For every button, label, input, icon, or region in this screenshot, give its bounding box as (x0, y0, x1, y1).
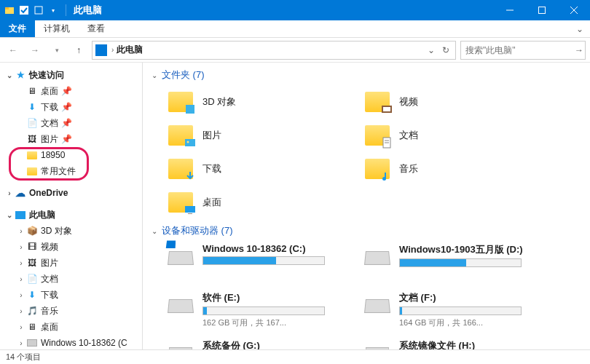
nav-up-button[interactable]: ↑ (70, 41, 87, 59)
view-tab[interactable]: 查看 (79, 20, 114, 37)
search-input[interactable] (465, 45, 575, 55)
drive-big-icon (363, 339, 392, 349)
drive-usage-bar (399, 306, 522, 315)
pin-icon: 📌 (61, 102, 68, 112)
status-bar: 14 个项目 (0, 349, 590, 364)
folder-tile[interactable]: 文档 (361, 119, 551, 151)
checkbox-icon[interactable] (19, 5, 29, 15)
drive-big-icon (166, 243, 195, 272)
tree-item-music[interactable]: ›🎵音乐 (0, 303, 142, 319)
tree-item-desktop[interactable]: ·🖥桌面📌 (0, 83, 142, 99)
drive-tile[interactable]: Windows10-1903五月版 (D:) (361, 242, 551, 288)
tree-item-downloads-pc[interactable]: ›⬇下载 (0, 287, 142, 303)
collapse-icon[interactable]: ⌄ (4, 211, 15, 219)
drive-tile[interactable]: 系统备份 (G:) (165, 338, 354, 349)
pin-icon: 📌 (61, 134, 68, 144)
search-box[interactable]: → (460, 41, 586, 60)
window-controls (494, 0, 590, 20)
expand-icon[interactable]: › (4, 189, 15, 197)
this-pc-icon (95, 44, 107, 56)
tree-item-downloads[interactable]: ·⬇下载📌 (0, 99, 142, 115)
close-button[interactable] (558, 0, 590, 20)
maximize-button[interactable] (526, 0, 558, 20)
folder-tile[interactable]: 音乐 (361, 153, 551, 185)
breadcrumb[interactable]: 此电脑 (114, 44, 146, 56)
tree-item-drive-c[interactable]: ›Windows 10-18362 (C (0, 335, 142, 349)
content-pane: ⌄ 文件夹 (7) 3D 对象视频图片文档下载音乐桌面 ⌄ 设备和驱动器 (7)… (143, 63, 590, 349)
address-dropdown-icon[interactable]: ⌄ (425, 45, 438, 55)
search-icon[interactable]: → (575, 45, 583, 55)
tree-label: 文档 (41, 273, 58, 285)
folder-tile[interactable]: 下载 (165, 153, 354, 185)
tree-label: 下载 (41, 101, 58, 114)
svg-rect-18 (188, 213, 192, 214)
folder-icon (26, 149, 38, 161)
nav-recent-dropdown[interactable]: ▾ (48, 41, 66, 59)
tree-label: 下载 (41, 289, 58, 301)
pictures-icon: 🖼 (26, 257, 38, 269)
drive-free-text: 164 GB 可用，共 166... (399, 317, 549, 328)
drive-name: Windows10-1903五月版 (D:) (399, 243, 549, 256)
this-pc-node[interactable]: ⌄ 此电脑 (0, 207, 142, 223)
qat-dropdown-icon[interactable]: ▾ (48, 5, 58, 15)
tree-item-videos[interactable]: ›🎞视频 (0, 239, 142, 255)
svg-rect-1 (5, 7, 9, 9)
3d-icon: 📦 (26, 225, 38, 237)
drive-tile[interactable]: 文档 (F:)164 GB 可用，共 166... (361, 290, 551, 336)
drive-name: 系统备份 (G:) (202, 339, 353, 349)
drive-tile[interactable]: 软件 (E:)162 GB 可用，共 167... (165, 290, 354, 336)
tree-item-3d[interactable]: ›📦3D 对象 (0, 223, 142, 239)
folders-group-header[interactable]: ⌄ 文件夹 (7) (152, 68, 583, 82)
address-bar[interactable]: › 此电脑 ⌄ ↻ (92, 41, 456, 60)
drives-group-header[interactable]: ⌄ 设备和驱动器 (7) (152, 224, 583, 237)
drive-tile[interactable]: Windows 10-18362 (C:) (165, 242, 354, 288)
tree-label: 桌面 (41, 321, 58, 333)
status-text: 14 个项目 (6, 352, 41, 363)
downloads-icon: ⬇ (26, 101, 38, 113)
tree-item-pictures-pc[interactable]: ›🖼图片 (0, 255, 142, 271)
refresh-icon[interactable]: ↻ (439, 45, 452, 55)
drive-name: Windows 10-18362 (C:) (202, 243, 353, 254)
quick-access-node[interactable]: ⌄ ★ 快速访问 (0, 67, 142, 83)
folder-tile[interactable]: 视频 (361, 86, 551, 118)
folder-tile[interactable]: 图片 (165, 119, 354, 151)
tree-item-18950[interactable]: ·18950 (0, 147, 142, 163)
folder-tile[interactable]: 3D 对象 (165, 86, 354, 118)
tree-item-common-files[interactable]: ·常用文件 (0, 163, 142, 179)
group-label: 文件夹 (7) (162, 68, 205, 82)
music-icon: 🎵 (26, 305, 38, 317)
folder-label: 文档 (399, 129, 418, 142)
folder-big-icon (166, 89, 195, 115)
folder-tile[interactable]: 桌面 (165, 186, 354, 218)
nav-forward-button[interactable]: → (26, 41, 44, 59)
separator (66, 4, 66, 16)
drive-name: 软件 (E:) (202, 291, 353, 304)
tree-label: OneDrive (29, 188, 68, 198)
window-title: 此电脑 (69, 4, 102, 17)
tree-item-documents-pc[interactable]: ›📄文档 (0, 271, 142, 287)
file-tab[interactable]: 文件 (0, 20, 35, 37)
desktop-icon: 🖥 (26, 85, 38, 97)
collapse-ribbon-icon[interactable]: ⌄ (570, 20, 590, 37)
collapse-icon[interactable]: ⌄ (152, 227, 162, 235)
computer-tab[interactable]: 计算机 (35, 20, 79, 37)
collapse-icon[interactable]: ⌄ (4, 71, 15, 79)
star-icon: ★ (15, 69, 26, 81)
tree-item-pictures[interactable]: ·🖼图片📌 (0, 131, 142, 147)
tree-label: 此电脑 (29, 209, 55, 221)
tree-item-documents[interactable]: ·📄文档📌 (0, 115, 142, 131)
qat-item-icon[interactable] (34, 5, 44, 15)
folder-label: 音乐 (399, 162, 418, 175)
tree-label: 音乐 (41, 305, 58, 317)
collapse-icon[interactable]: ⌄ (152, 71, 162, 79)
onedrive-node[interactable]: › ☁ OneDrive (0, 185, 142, 201)
folder-label: 视频 (399, 95, 418, 108)
drive-usage-bar (202, 306, 325, 315)
tree-label: 桌面 (41, 85, 58, 98)
nav-back-button[interactable]: ← (4, 41, 22, 59)
documents-icon: 📄 (26, 117, 38, 129)
drive-tile[interactable]: 系统镜像文件 (H:) (361, 338, 551, 349)
tree-item-desktop-pc[interactable]: ›🖥桌面 (0, 319, 142, 335)
minimize-button[interactable] (494, 0, 526, 20)
tree-label: Windows 10-18362 (C (41, 338, 127, 348)
